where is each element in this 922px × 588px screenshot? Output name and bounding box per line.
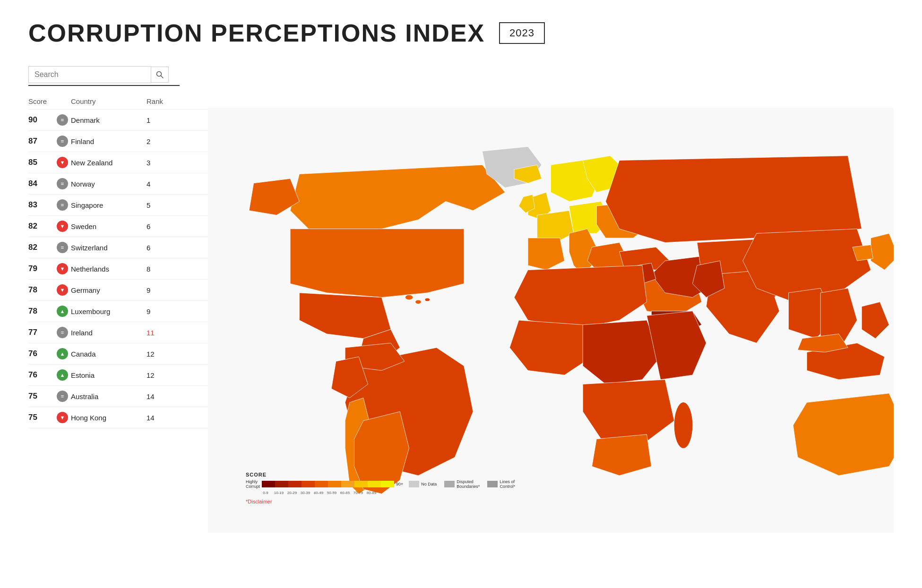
table-header: Score Country Rank bbox=[28, 95, 208, 110]
col-rank: Rank bbox=[146, 97, 184, 105]
rank-cell: 1 bbox=[146, 116, 184, 124]
legend-segment bbox=[328, 481, 341, 487]
country-cell: Ireland bbox=[71, 329, 146, 337]
rank-cell: 4 bbox=[146, 180, 184, 188]
rank-cell: 9 bbox=[146, 307, 184, 315]
legend-segment bbox=[381, 481, 394, 487]
trend-icon: ▼ bbox=[57, 263, 68, 274]
rank-cell: 14 bbox=[146, 414, 184, 422]
legend-num: 0-9 bbox=[259, 491, 272, 495]
legend-segment bbox=[262, 481, 275, 487]
country-cell: Denmark bbox=[71, 116, 146, 124]
table-row: 78 ▲ Luxembourg 9 bbox=[28, 301, 208, 322]
legend-extra-label: Lines of Control* bbox=[500, 479, 515, 489]
legend-num: 40-49 bbox=[312, 491, 325, 495]
legend-extra-box bbox=[487, 481, 498, 487]
svg-point-2 bbox=[405, 295, 413, 299]
score-cell: 85 bbox=[28, 158, 57, 167]
legend-extras: No DataDisputed Boundaries*Lines of Cont… bbox=[409, 479, 515, 489]
table-row: 83 = Singapore 5 bbox=[28, 195, 208, 216]
trend-icon: = bbox=[57, 114, 68, 126]
table-row: 78 ▼ Germany 9 bbox=[28, 280, 208, 301]
score-cell: 82 bbox=[28, 243, 57, 252]
country-cell: New Zealand bbox=[71, 159, 146, 167]
legend-container: SCORE HighlyCorrupt 90+ No DataDisputed … bbox=[246, 472, 515, 504]
table-row: 75 = Australia 14 bbox=[28, 386, 208, 407]
legend-extra-item: Disputed Boundaries* bbox=[444, 479, 480, 489]
search-container bbox=[28, 66, 180, 86]
search-input[interactable] bbox=[28, 66, 151, 83]
score-cell: 76 bbox=[28, 349, 57, 358]
legend-extra-box bbox=[409, 481, 419, 487]
trend-icon: ▼ bbox=[57, 221, 68, 232]
trend-icon: ▲ bbox=[57, 369, 68, 381]
legend-num: 70-79 bbox=[352, 491, 365, 495]
score-cell: 87 bbox=[28, 136, 57, 146]
trend-icon: ▼ bbox=[57, 284, 68, 296]
legend-numbers: 0-910-1920-2930-3940-4950-5960-6570-7980… bbox=[246, 491, 515, 495]
country-cell: Hong Kong bbox=[71, 414, 146, 422]
col-score: Score bbox=[28, 97, 57, 105]
trend-icon: ▲ bbox=[57, 348, 68, 359]
trend-icon: = bbox=[57, 327, 68, 338]
rank-cell: 12 bbox=[146, 350, 184, 358]
country-cell: Canada bbox=[71, 350, 146, 358]
table-row: 76 ▲ Canada 12 bbox=[28, 343, 208, 365]
legend-label-corrupt: HighlyCorrupt bbox=[246, 479, 260, 489]
world-map[interactable] bbox=[208, 108, 894, 533]
country-cell: Netherlands bbox=[71, 265, 146, 273]
trend-icon: = bbox=[57, 178, 68, 189]
rank-cell: 3 bbox=[146, 159, 184, 167]
score-cell: 84 bbox=[28, 179, 57, 188]
svg-line-1 bbox=[161, 76, 164, 78]
country-cell: Sweden bbox=[71, 222, 146, 230]
score-cell: 75 bbox=[28, 413, 57, 422]
disclaimer-link[interactable]: *Disclaimer bbox=[246, 499, 515, 504]
rank-cell: 6 bbox=[146, 222, 184, 230]
legend-segment bbox=[341, 481, 354, 487]
legend-bar bbox=[262, 481, 394, 487]
table-row: 82 = Switzerland 6 bbox=[28, 237, 208, 258]
svg-point-3 bbox=[415, 300, 421, 304]
rank-cell: 11 bbox=[146, 329, 184, 337]
legend-label-clean: 90+ bbox=[396, 482, 403, 486]
legend-segment bbox=[354, 481, 368, 487]
legend-segment bbox=[302, 481, 315, 487]
trend-icon: = bbox=[57, 136, 68, 147]
legend-segment bbox=[288, 481, 302, 487]
rank-cell: 6 bbox=[146, 244, 184, 252]
score-cell: 76 bbox=[28, 370, 57, 380]
country-cell: Estonia bbox=[71, 371, 146, 379]
legend-extra-item: No Data bbox=[409, 481, 437, 487]
legend-num bbox=[246, 491, 259, 495]
table-row: 84 = Norway 4 bbox=[28, 173, 208, 195]
col-trend bbox=[57, 97, 71, 105]
score-cell: 78 bbox=[28, 285, 57, 295]
rank-cell: 5 bbox=[146, 201, 184, 209]
score-cell: 75 bbox=[28, 392, 57, 401]
legend-num: 80-89 bbox=[365, 491, 378, 495]
country-cell: Norway bbox=[71, 180, 146, 188]
search-icon bbox=[156, 71, 164, 78]
country-cell: Singapore bbox=[71, 201, 146, 209]
svg-point-4 bbox=[425, 298, 430, 301]
legend-title: SCORE bbox=[246, 472, 515, 477]
page-title: CORRUPTION PERCEPTIONS INDEX bbox=[28, 19, 485, 47]
search-button[interactable] bbox=[151, 67, 169, 83]
legend-segment bbox=[315, 481, 328, 487]
country-cell: Switzerland bbox=[71, 244, 146, 252]
col-country: Country bbox=[71, 97, 146, 105]
rank-cell: 12 bbox=[146, 371, 184, 379]
trend-icon: = bbox=[57, 242, 68, 253]
legend-num: 10-19 bbox=[272, 491, 285, 495]
score-cell: 82 bbox=[28, 222, 57, 231]
legend-num: 50-59 bbox=[325, 491, 338, 495]
trend-icon: ▲ bbox=[57, 306, 68, 317]
score-cell: 77 bbox=[28, 328, 57, 337]
trend-icon: = bbox=[57, 199, 68, 211]
legend-segment bbox=[368, 481, 381, 487]
score-cell: 83 bbox=[28, 200, 57, 210]
sidebar: Score Country Rank 90 = Denmark 1 87 = F… bbox=[28, 61, 208, 579]
score-cell: 78 bbox=[28, 307, 57, 316]
table-row: 76 ▲ Estonia 12 bbox=[28, 365, 208, 386]
